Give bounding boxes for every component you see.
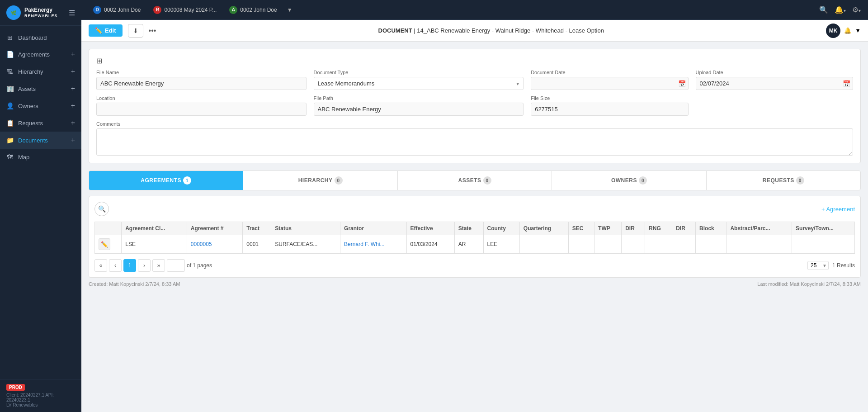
row-grantor-cell: Bernard F. Whi...	[340, 235, 406, 254]
results-count: 1 Results	[832, 262, 855, 269]
topbar-tab-a[interactable]: A0002 John Doe	[225, 4, 281, 16]
form-filter-icon[interactable]: ⊞	[96, 57, 853, 65]
header-dropdown-arrow[interactable]: ▼	[855, 27, 861, 34]
upload-calendar-icon[interactable]: 📅	[843, 80, 850, 87]
sidebar-footer: PROD Client: 20240227.1 API: 20240223.1 …	[0, 379, 81, 412]
sidebar-item-map[interactable]: 🗺 Map	[0, 149, 81, 165]
tabs-bar: AGREEMENTS1HIERARCHY0ASSETS0OWNERS0REQUE…	[89, 170, 861, 190]
prev-page-button[interactable]: ‹	[109, 259, 122, 272]
tab-agreements[interactable]: AGREEMENTS1	[89, 171, 243, 190]
row-survey-cell	[792, 235, 855, 254]
document-type-label: Document Type	[314, 70, 524, 75]
row-effective-cell: 01/03/2024	[406, 235, 454, 254]
tab-assets[interactable]: ASSETS0	[398, 171, 552, 190]
document-date-input[interactable]	[531, 77, 688, 90]
first-page-button[interactable]: «	[94, 259, 107, 272]
sidebar-logo: 🌿 PakEnergy RENEWABLES ☰	[0, 0, 81, 26]
agreements-nav-icon: 📄	[6, 51, 14, 58]
topbar-tab-d[interactable]: D0002 John Doe	[89, 4, 145, 16]
map-nav-label: Map	[18, 154, 29, 161]
tab-owners[interactable]: OWNERS0	[552, 171, 706, 190]
document-type-select[interactable]: Lease Memorandums	[314, 77, 524, 90]
requests-nav-label: Requests	[18, 120, 43, 127]
tab-requests-count: 0	[796, 176, 804, 185]
topbar-right: 🔍 🔔▾ ⚙▾	[819, 5, 861, 14]
row-quartering-cell	[519, 235, 568, 254]
bell-icon[interactable]: 🔔▾	[835, 5, 846, 14]
hierarchy-nav-label: Hierarchy	[18, 68, 43, 75]
col-header-actions	[95, 222, 122, 235]
col-header-status: Status	[271, 222, 340, 235]
row-grantor-link[interactable]: Bernard F. Whi...	[344, 241, 384, 247]
sidebar-item-dashboard[interactable]: ⊞ Dashboard	[0, 29, 81, 46]
download-button[interactable]: ⬇	[128, 24, 143, 38]
row-status-cell: SURFACE/EAS...	[271, 235, 340, 254]
file-name-input[interactable]	[96, 77, 307, 90]
table-toolbar: 🔍 + Agreement	[94, 202, 855, 216]
row-twp-cell	[594, 235, 622, 254]
location-input[interactable]	[96, 103, 307, 116]
document-form: ⊞ File Name Document Type Lease Memorand…	[89, 49, 861, 163]
per-page-select[interactable]: 25 50 100	[807, 261, 829, 270]
row-rng-cell	[645, 235, 672, 254]
edit-button[interactable]: ✏️ Edit	[89, 24, 123, 37]
hierarchy-nav-icon: 🏗	[6, 68, 14, 75]
col-header-effective: Effective	[406, 222, 454, 235]
owners-nav-label: Owners	[18, 103, 38, 109]
content-area: ⊞ File Name Document Type Lease Memorand…	[81, 42, 868, 412]
owners-plus-button[interactable]: +	[71, 102, 75, 110]
sidebar-item-hierarchy[interactable]: 🏗 Hierarchy +	[0, 63, 81, 80]
header-bell-icon[interactable]: 🔔	[844, 27, 851, 34]
assets-nav-icon: 🏢	[6, 85, 14, 92]
comments-textarea[interactable]	[96, 128, 853, 156]
documents-plus-button[interactable]: +	[71, 136, 75, 144]
sidebar-item-agreements[interactable]: 📄 Agreements +	[0, 46, 81, 63]
tab-badge-a: A	[229, 6, 237, 14]
assets-plus-button[interactable]: +	[71, 85, 75, 93]
header-right: MK 🔔 ▼	[826, 24, 861, 38]
page-header: ✏️ Edit ⬇ ••• DOCUMENT | 14_ABC Renewabl…	[81, 20, 868, 42]
col-header-state: State	[454, 222, 483, 235]
tab-requests[interactable]: REQUESTS0	[707, 171, 860, 190]
more-options-button[interactable]: •••	[149, 27, 156, 35]
row-agreement_num-link[interactable]: 0000005	[191, 241, 212, 247]
file-size-input[interactable]	[531, 103, 688, 116]
owners-nav-icon: 👤	[6, 102, 14, 109]
sidebar-item-documents[interactable]: 📁 Documents +	[0, 132, 81, 149]
current-page-button[interactable]: 1	[123, 259, 136, 272]
file-path-input[interactable]	[314, 103, 524, 116]
sidebar-nav: ⊞ Dashboard 📄 Agreements + 🏗 Hierarchy +…	[0, 26, 81, 379]
row-dir2-cell	[672, 235, 696, 254]
col-header-survey: Survey/Town...	[792, 222, 855, 235]
edit-icon: ✏️	[95, 27, 102, 34]
topbar: D0002 John DoeR000008 May 2024 P...A0002…	[81, 0, 868, 20]
upload-date-input[interactable]	[696, 77, 853, 90]
hamburger-button[interactable]: ☰	[69, 9, 75, 17]
requests-plus-button[interactable]: +	[71, 119, 75, 127]
last-page-button[interactable]: »	[152, 259, 165, 272]
next-page-button[interactable]: ›	[138, 259, 151, 272]
tab-agreements-count: 1	[183, 176, 191, 185]
hierarchy-plus-button[interactable]: +	[71, 67, 75, 76]
search-icon[interactable]: 🔍	[819, 5, 828, 14]
sidebar-item-assets[interactable]: 🏢 Assets +	[0, 80, 81, 97]
tab-hierarchy[interactable]: HIERARCHY0	[243, 171, 397, 190]
dashboard-nav-label: Dashboard	[18, 34, 47, 41]
gear-icon[interactable]: ⚙▾	[852, 5, 861, 14]
row-agreement_num-cell: 0000005	[187, 235, 243, 254]
add-agreement-button[interactable]: + Agreement	[821, 206, 855, 213]
col-header-county: County	[483, 222, 519, 235]
topbar-tabs-dropdown[interactable]: ▼	[287, 7, 292, 13]
row-edit-button[interactable]: ✏️	[99, 238, 110, 250]
sidebar-item-owners[interactable]: 👤 Owners +	[0, 97, 81, 114]
page-jump-input[interactable]	[167, 259, 185, 272]
agreements-plus-button[interactable]: +	[71, 50, 75, 58]
file-path-label: File Path	[314, 95, 524, 101]
sidebar-item-requests[interactable]: 📋 Requests +	[0, 114, 81, 132]
table-search-button[interactable]: 🔍	[94, 202, 109, 216]
topbar-tab-r[interactable]: R000008 May 2024 P...	[149, 4, 221, 16]
assets-nav-label: Assets	[18, 85, 36, 92]
calendar-icon[interactable]: 📅	[678, 80, 686, 87]
prod-badge: PROD	[6, 384, 25, 391]
row-abstract-cell	[726, 235, 792, 254]
